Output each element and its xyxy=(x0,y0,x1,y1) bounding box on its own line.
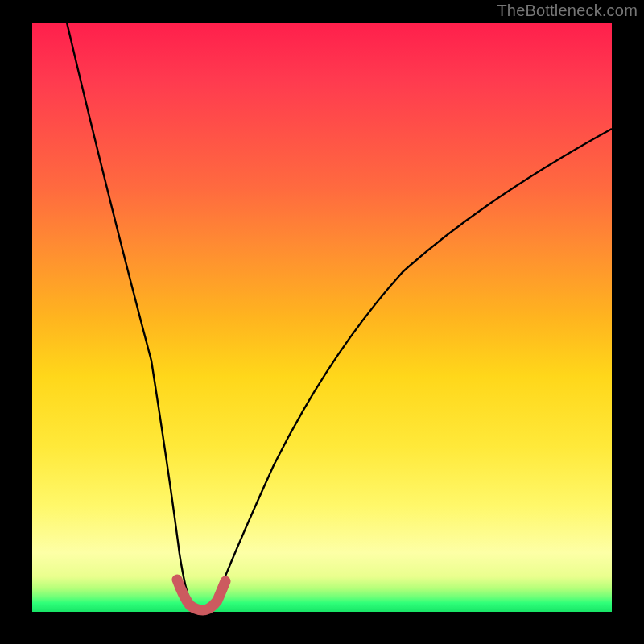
curve-layer xyxy=(32,23,612,612)
watermark-text: TheBottleneck.com xyxy=(497,2,638,20)
curve-right xyxy=(213,129,612,606)
chart-frame: TheBottleneck.com xyxy=(0,0,644,644)
curve-left xyxy=(67,23,192,606)
trough-highlight xyxy=(177,580,225,610)
plot-area xyxy=(32,23,612,612)
